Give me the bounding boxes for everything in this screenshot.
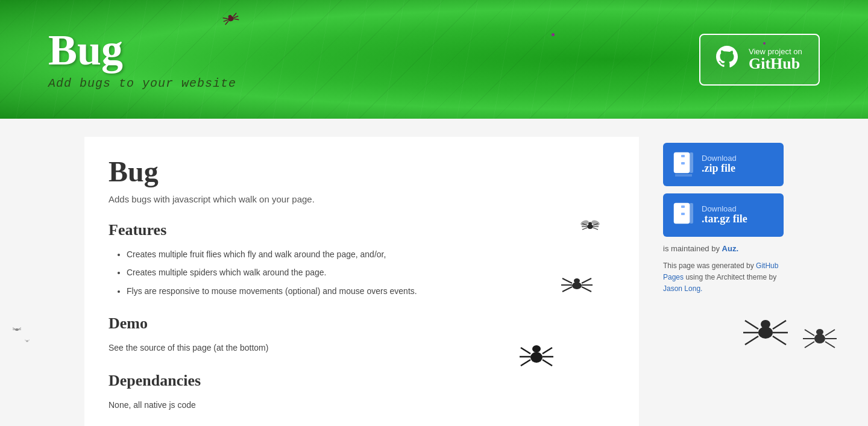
svg-rect-38 [681, 162, 685, 164]
header: Bug Add bugs to your website View projec… [0, 0, 868, 119]
page-description: Adds bugs with javascript which walk on … [108, 194, 615, 204]
svg-line-31 [542, 348, 552, 354]
auz-link[interactable]: Auz. [722, 244, 738, 253]
svg-rect-44 [681, 213, 685, 215]
fly-decoration [577, 215, 603, 240]
svg-line-33 [542, 360, 552, 366]
svg-point-26 [530, 352, 542, 363]
header-bug-dot-2 [763, 42, 766, 45]
demo-heading: Demo [108, 315, 615, 333]
content-spider-2 [558, 266, 597, 302]
svg-rect-45 [681, 216, 685, 219]
generated-by-text: This page was generated by GitHub Pages … [663, 260, 784, 295]
svg-line-22 [562, 287, 572, 292]
svg-line-56 [805, 330, 814, 336]
svg-line-14 [593, 228, 598, 230]
github-button[interactable]: View project on GitHub [699, 34, 820, 86]
svg-line-17 [582, 228, 587, 230]
svg-point-54 [814, 334, 825, 343]
content-area: Bug Adds bugs with javascript which walk… [84, 137, 639, 426]
svg-rect-43 [681, 209, 685, 211]
svg-line-5 [233, 13, 237, 16]
github-icon [714, 43, 740, 76]
svg-rect-37 [681, 158, 685, 161]
svg-point-62 [15, 328, 19, 331]
features-heading: Features [108, 221, 615, 239]
svg-line-7 [234, 17, 239, 21]
svg-line-59 [825, 330, 835, 336]
svg-point-67 [26, 340, 28, 342]
svg-rect-35 [690, 152, 693, 173]
svg-line-68 [25, 340, 26, 340]
feature-item-1: Creates multiple fruit flies which fly a… [127, 248, 615, 261]
sidebar: Download .zip file Download .tar.gz file [663, 137, 784, 426]
download-tar-text: Download .tar.gz file [702, 205, 747, 226]
sidebar-spider-small [802, 319, 838, 360]
svg-line-28 [521, 348, 530, 354]
maintained-by-text: is maintained by Auz. [663, 244, 784, 253]
left-bug-2 [24, 337, 30, 344]
demo-spider [518, 332, 555, 375]
svg-point-27 [532, 345, 541, 352]
svg-line-58 [805, 342, 814, 348]
download-tar-button[interactable]: Download .tar.gz file [663, 193, 784, 237]
svg-line-2 [223, 16, 228, 20]
svg-line-61 [825, 342, 835, 348]
svg-point-19 [574, 278, 580, 283]
svg-line-69 [28, 340, 30, 340]
svg-line-3 [224, 20, 228, 22]
svg-point-9 [588, 222, 592, 225]
feature-item-2: Creates multiple spiders which walk arou… [127, 266, 615, 279]
svg-line-30 [521, 360, 530, 366]
svg-point-55 [816, 329, 823, 335]
svg-line-4 [224, 21, 229, 25]
demo-section: Demo See the source of this pag [108, 315, 615, 354]
download-zip-text: Download .zip file [702, 154, 737, 175]
svg-rect-42 [681, 205, 685, 208]
svg-line-23 [582, 278, 591, 283]
zip-icon [673, 151, 694, 178]
header-bug-dot-1 [552, 33, 555, 36]
dependencies-section: Dependancies None, all native js code [108, 372, 615, 412]
svg-rect-41 [690, 203, 693, 224]
svg-line-20 [562, 278, 572, 283]
svg-line-63 [13, 328, 15, 329]
download-zip-button[interactable]: Download .zip file [663, 143, 784, 186]
header-title: Bug [48, 28, 699, 72]
page-title: Bug [108, 155, 615, 188]
features-section: Features Creates multiple fruit fl [108, 221, 615, 298]
svg-rect-39 [681, 166, 685, 168]
main-wrapper: Bug Adds bugs with javascript which walk… [72, 119, 796, 426]
header-content: Bug Add bugs to your website [48, 28, 699, 90]
header-subtitle: Add bugs to your website [48, 77, 699, 90]
svg-line-6 [234, 16, 239, 18]
svg-line-65 [19, 328, 21, 329]
features-list: Creates multiple fruit flies which fly a… [108, 248, 615, 298]
svg-rect-36 [681, 155, 685, 157]
left-bug-1 [12, 325, 22, 335]
github-button-text: View project on GitHub [749, 47, 802, 72]
tar-icon [673, 202, 694, 228]
feature-item-3: Flys are responsive to mouse movements (… [127, 284, 615, 298]
dependencies-text: None, all native js code [108, 398, 615, 412]
jason-long-link[interactable]: Jason Long. [663, 284, 702, 293]
svg-line-25 [582, 287, 591, 292]
